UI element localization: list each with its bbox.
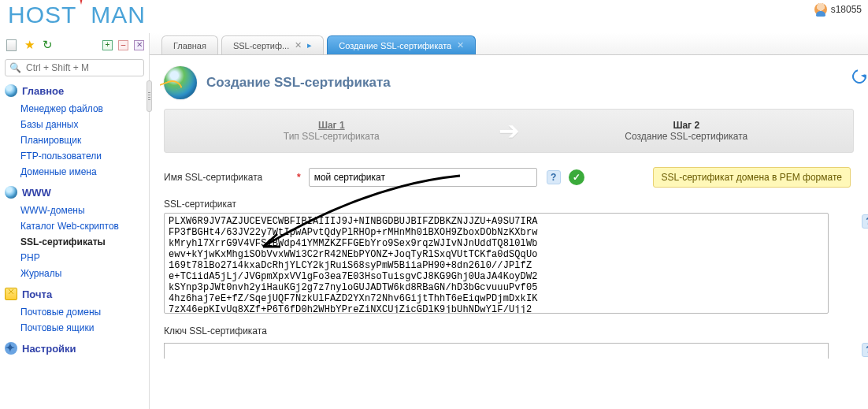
cert-body-input[interactable] [164,213,829,314]
tab-bar: Главная SSL-сертиф...✕▸ Создание SSL-сер… [150,33,868,55]
user-block[interactable]: s18055 [814,3,862,16]
step-1[interactable]: Шаг 1 Тип SSL-сертификата [165,120,499,142]
sidebar: ★ ↻ + – ✕ 🔍 Главное Менеджер файлов Базы… [0,33,150,409]
gear-icon [5,342,17,355]
nav-item-cron[interactable]: Планировщик [5,132,144,148]
nav-item-scripts[interactable]: Каталог Web-скриптов [5,218,144,234]
nav-item-maildomains[interactable]: Почтовые домены [5,304,144,320]
nav-head-mail[interactable]: Почта [5,288,144,300]
page-title: Создание SSL-сертификата [206,75,391,91]
cert-key-input[interactable] [164,343,829,359]
help-icon[interactable]: ? [862,343,868,357]
nav-item-mailboxes[interactable]: Почтовые ящики [5,320,144,336]
nav-head-settings[interactable]: Настройки [5,342,144,355]
page-header: Создание SSL-сертификата [164,66,854,99]
chevron-right-icon: ▸ [307,40,312,50]
close-icon[interactable]: ✕ [134,40,144,50]
logo-right: MAN [91,2,146,28]
cert-key-label: Ключ SSL-сертификата [164,325,854,336]
wizard-steps: Шаг 1 Тип SSL-сертификата ➔ Шаг 2 Создан… [164,109,854,153]
user-icon [814,3,827,16]
nav-item-ftp[interactable]: FTP-пользователи [5,148,144,164]
globe-icon [5,186,17,199]
search-input[interactable] [24,61,139,74]
nav-head-main[interactable]: Главное [5,84,144,97]
globe-arrow-icon [164,66,197,99]
nav-item-db[interactable]: Базы данных [5,117,144,132]
check-icon: ✓ [569,169,584,185]
nav-item-php[interactable]: PHP [5,250,144,266]
main-area: Главная SSL-сертиф...✕▸ Создание SSL-сер… [150,33,868,409]
nav-item-files[interactable]: Менеджер файлов [5,101,144,117]
nav-item-domains[interactable]: Доменные имена [5,164,144,180]
nav-head-www[interactable]: WWW [5,186,144,199]
page-icon[interactable] [5,39,17,51]
nav-item-wwwdomains[interactable]: WWW-домены [5,203,144,218]
cert-name-input[interactable] [309,168,537,187]
tie-icon [76,5,91,32]
help-icon[interactable]: ? [547,170,561,184]
nav-item-ssl[interactable]: SSL-сертификаты [5,234,144,250]
close-icon[interactable]: ✕ [295,40,302,50]
search-box[interactable]: 🔍 [5,59,144,76]
step-2: Шаг 2 Создание SSL-сертификата [520,120,854,142]
cert-body-label: SSL-сертификат [164,199,854,210]
tab-home[interactable]: Главная [161,35,218,54]
nav-item-logs[interactable]: Журналы [5,266,144,281]
cert-name-label: Имя SSL-сертификата [164,172,294,183]
add-icon[interactable]: + [102,40,113,50]
refresh-icon[interactable]: ↻ [41,39,54,51]
user-name: s18055 [831,4,862,15]
mail-icon [5,288,17,300]
search-icon: 🔍 [9,62,21,73]
help-icon[interactable]: ? [862,214,868,229]
tooltip-pem: SSL-сертификат домена в PEM формате [653,167,851,188]
logo: HOSTMAN [8,2,146,28]
star-icon[interactable]: ★ [23,39,35,51]
required-marker: * [297,172,301,183]
logo-left: HOST [8,2,76,28]
arrow-right-icon: ➔ [499,116,520,146]
tab-ssl-list[interactable]: SSL-сертиф...✕▸ [221,35,324,54]
globe-icon [5,84,17,97]
tab-ssl-create[interactable]: Создание SSL-сертификата✕ [327,35,476,54]
close-icon[interactable]: ✕ [457,40,464,50]
sidebar-toolbar: ★ ↻ + – ✕ [5,35,144,55]
top-bar: HOSTMAN s18055 [0,0,868,33]
remove-icon[interactable]: – [118,40,128,50]
